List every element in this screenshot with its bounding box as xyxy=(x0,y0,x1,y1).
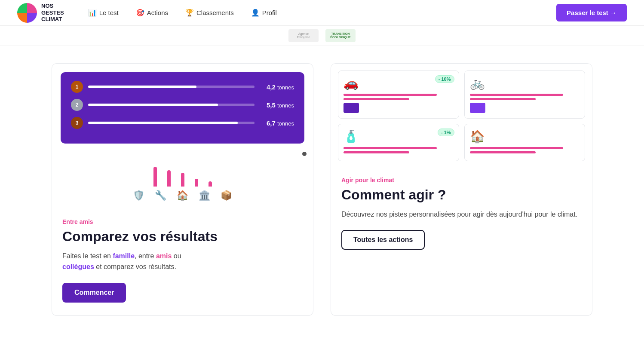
leaderboard-row-2: 2 5,5 tonnes xyxy=(71,99,294,111)
action-badge-car: - 10% xyxy=(435,75,454,83)
navbar: NOSGESTESCLIMAT 📊 Le test 🎯 Actions 🏆 Cl… xyxy=(0,0,644,26)
leaderboard-row-1: 1 4,2 tonnes xyxy=(71,81,294,93)
leaderboard-row-3: 3 6,7 tonnes xyxy=(71,117,294,129)
banner-logo-2: TRANSITIONÉCOLOGIQUE xyxy=(325,29,356,42)
box-icon: 📦 xyxy=(221,190,232,201)
desc-amis: amis xyxy=(156,252,172,260)
bar-1 xyxy=(88,86,196,88)
bar-col-2 xyxy=(167,170,171,187)
house-icon: 🏠 xyxy=(470,129,580,144)
actions-subtitle: Agir pour le climat xyxy=(341,177,582,184)
nav-classements[interactable]: 🏆 Classements xyxy=(178,5,241,20)
actions-card: - 10% 🚗 🚲 - 1% 🧴 xyxy=(331,63,592,316)
category-icons: 🛡️ 🔧 🏠 🏛️ 📦 xyxy=(52,187,313,210)
actions-icon: 🎯 xyxy=(136,9,144,17)
top-banner: AgenceFrançaise TRANSITIONÉCOLOGIQUE xyxy=(0,26,644,46)
bar-stick-4 xyxy=(195,179,198,187)
banner-logo-1: AgenceFrançaise xyxy=(288,29,319,42)
logo[interactable]: NOSGESTESCLIMAT xyxy=(17,3,64,23)
medal-2: 2 xyxy=(71,99,83,111)
home-icon: 🏠 xyxy=(177,190,188,201)
action-line-bottle-1 xyxy=(343,147,437,149)
nav-actions[interactable]: 🎯 Actions xyxy=(129,5,175,20)
bar-1-container xyxy=(88,86,255,88)
medal-1: 1 xyxy=(71,81,83,93)
desc-after: ou xyxy=(172,252,181,260)
bar-stick-3 xyxy=(181,173,184,187)
bar-stick-2 xyxy=(167,170,171,187)
actions-grid: - 10% 🚗 🚲 - 1% 🧴 xyxy=(338,70,585,161)
bar-stick-5 xyxy=(209,181,212,187)
nav-classements-label: Classements xyxy=(196,9,234,16)
medal-3: 3 xyxy=(71,117,83,129)
action-badge-bottle: - 1% xyxy=(438,129,454,136)
desc-end: et comparez vos résultats. xyxy=(94,263,176,270)
bar-col-3 xyxy=(181,173,184,187)
action-line-car-2 xyxy=(343,98,409,100)
nav-links: 📊 Le test 🎯 Actions 🏆 Classements 👤 Prof… xyxy=(81,5,556,20)
actions-visual: - 10% 🚗 🚲 - 1% 🧴 xyxy=(331,64,592,168)
nav-profil-label: Profil xyxy=(262,9,277,16)
compare-desc: Faites le test en famille, entre amis ou… xyxy=(62,251,303,272)
profil-icon: 👤 xyxy=(251,9,260,17)
desc-before: Faites le test en xyxy=(62,252,113,260)
actions-card-text: Agir pour le climat Comment agir ? Décou… xyxy=(331,168,592,263)
bike-icon: 🚲 xyxy=(470,76,580,90)
nav-profil[interactable]: 👤 Profil xyxy=(244,5,284,20)
nav-le-test-label: Le test xyxy=(99,9,119,16)
compare-card-text: Entre amis Comparez vos résultats Faites… xyxy=(52,210,313,315)
bar-col-4 xyxy=(195,179,198,187)
toutes-les-actions-button[interactable]: Toutes les actions xyxy=(341,230,425,250)
compare-title: Comparez vos résultats xyxy=(62,229,303,245)
bar-2-container xyxy=(88,104,255,106)
bar-col-5 xyxy=(209,181,212,187)
action-btn-bike[interactable] xyxy=(470,103,485,113)
logo-text: NOSGESTESCLIMAT xyxy=(41,3,64,23)
institution-icon: 🏛️ xyxy=(199,190,210,201)
action-line-bike-2 xyxy=(470,98,536,100)
transport-icon: 🛡️ xyxy=(133,190,144,201)
compare-subtitle: Entre amis xyxy=(62,218,303,225)
action-btn-car[interactable] xyxy=(343,103,359,113)
tools-icon: 🔧 xyxy=(155,190,166,201)
action-line-house-2 xyxy=(470,151,536,153)
bar-2 xyxy=(88,104,218,106)
main-content: 1 4,2 tonnes 2 5,5 tonnes 3 6,7 tonnes xyxy=(0,46,644,333)
bottle-icon: 🧴 xyxy=(343,129,454,144)
action-item-house: 🏠 xyxy=(464,124,586,161)
nav-actions-label: Actions xyxy=(147,9,168,16)
action-line-bottle-2 xyxy=(343,151,409,153)
le-test-icon: 📊 xyxy=(88,9,97,17)
actions-title: Comment agir ? xyxy=(341,187,582,203)
actions-desc: Découvrez nos pistes personnalisées pour… xyxy=(341,209,582,220)
leaderboard-value-1: 4,2 tonnes xyxy=(260,83,294,91)
bar-3 xyxy=(88,122,238,124)
passer-le-test-button[interactable]: Passer le test → xyxy=(556,4,627,21)
bar-col-1 xyxy=(153,167,157,187)
desc-middle: , entre xyxy=(135,252,156,260)
action-line-house-1 xyxy=(470,147,563,149)
bar-chart xyxy=(52,152,313,187)
nav-le-test[interactable]: 📊 Le test xyxy=(81,5,126,20)
action-line-car-1 xyxy=(343,94,437,96)
bar-stick-1 xyxy=(153,167,157,187)
desc-collegues: collègues xyxy=(62,263,94,270)
leaderboard-value-3: 6,7 tonnes xyxy=(260,119,294,127)
action-item-bike: 🚲 xyxy=(464,70,586,119)
compare-card: 1 4,2 tonnes 2 5,5 tonnes 3 6,7 tonnes xyxy=(52,63,313,316)
leaderboard-value-2: 5,5 tonnes xyxy=(260,101,294,109)
action-item-car: - 10% 🚗 xyxy=(338,70,459,119)
action-line-bike-1 xyxy=(470,94,563,96)
logo-circle xyxy=(17,3,37,23)
desc-famille: famille xyxy=(113,252,135,260)
commencer-button[interactable]: Commencer xyxy=(62,283,126,303)
action-item-bottle: - 1% 🧴 xyxy=(338,124,459,161)
classements-icon: 🏆 xyxy=(185,9,194,17)
leaderboard-visual: 1 4,2 tonnes 2 5,5 tonnes 3 6,7 tonnes xyxy=(61,72,304,144)
bar-3-container xyxy=(88,122,255,124)
